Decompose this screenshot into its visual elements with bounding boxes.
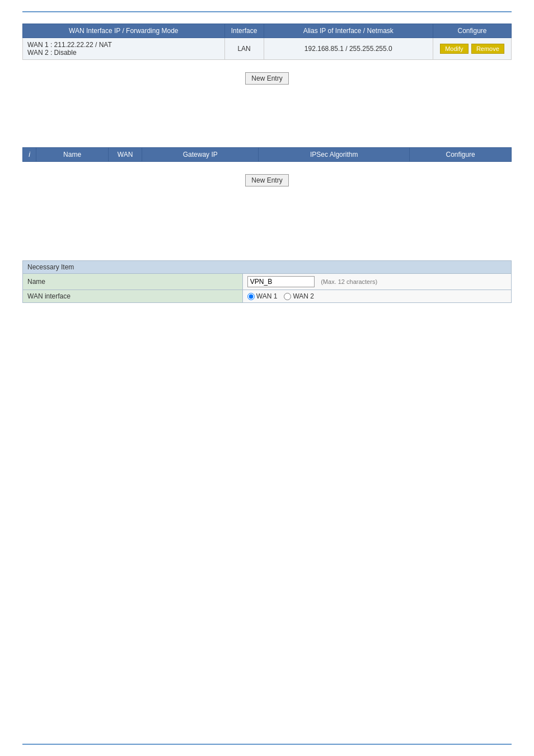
col-header-wan: WAN xyxy=(109,148,142,162)
form-row-name: Name (Max. 12 characters) xyxy=(23,274,512,290)
col-header-i: i xyxy=(23,148,36,162)
col-header-alias-ip: Alias IP of Interface / Netmask xyxy=(264,24,433,38)
wan-interface-value-cell: WAN 1 WAN 2 xyxy=(242,290,511,303)
col-header-name: Name xyxy=(36,148,109,162)
wan-interface-label: WAN interface xyxy=(23,290,243,303)
name-label: Name xyxy=(23,274,243,290)
wan1-radio[interactable] xyxy=(247,293,255,300)
col-header-gateway-ip: Gateway IP xyxy=(142,148,259,162)
ipsec-table: i Name WAN Gateway IP IPSec Algorithm Co… xyxy=(22,147,512,162)
new-entry-wrapper-2: New Entry xyxy=(22,167,512,193)
wan-table: WAN Interface IP / Forwarding Mode Inter… xyxy=(22,24,512,60)
name-input[interactable] xyxy=(247,276,315,287)
wan1-label-text: WAN 1 xyxy=(256,292,278,300)
alias-ip-cell: 192.168.85.1 / 255.255.255.0 xyxy=(264,38,433,60)
modify-button[interactable]: Modify xyxy=(440,44,468,54)
top-divider xyxy=(22,11,512,12)
wan2-radio[interactable] xyxy=(284,293,291,300)
interface-cell: LAN xyxy=(224,38,264,60)
name-hint: (Max. 12 characters) xyxy=(321,278,377,285)
section-wan-table: WAN Interface IP / Forwarding Mode Inter… xyxy=(22,24,512,97)
col-header-interface: Interface xyxy=(224,24,264,38)
form-section-header: Necessary Item xyxy=(23,261,512,274)
spacer-2 xyxy=(22,216,512,249)
col-header-configure: Configure xyxy=(433,24,512,38)
col-header-wan-info: WAN Interface IP / Forwarding Mode xyxy=(23,24,225,38)
col-header-configure2: Configure xyxy=(410,148,512,162)
form-row-wan: WAN interface WAN 1 WAN 2 xyxy=(23,290,512,303)
spacer-1 xyxy=(22,114,512,147)
remove-button[interactable]: Remove xyxy=(471,44,504,54)
configure-cell: Modify Remove xyxy=(433,38,512,60)
page-wrapper: WAN Interface IP / Forwarding Mode Inter… xyxy=(0,0,534,756)
wan-info-cell: WAN 1 : 211.22.22.22 / NAT WAN 2 : Disab… xyxy=(23,38,225,60)
wan2-label-text: WAN 2 xyxy=(293,292,314,300)
wan1-radio-label[interactable]: WAN 1 xyxy=(247,292,278,300)
form-table: Necessary Item Name (Max. 12 characters)… xyxy=(22,260,512,303)
wan2-radio-label[interactable]: WAN 2 xyxy=(284,292,314,300)
form-section: Necessary Item Name (Max. 12 characters)… xyxy=(22,260,512,303)
table-row: WAN 1 : 211.22.22.22 / NAT WAN 2 : Disab… xyxy=(23,38,512,60)
wan-radio-group: WAN 1 WAN 2 xyxy=(247,292,507,300)
page-spacer xyxy=(22,303,512,744)
new-entry-button-2[interactable]: New Entry xyxy=(245,174,288,186)
new-entry-wrapper-1: New Entry xyxy=(22,66,512,91)
new-entry-button-1[interactable]: New Entry xyxy=(245,72,288,85)
bottom-divider xyxy=(22,744,512,745)
col-header-ipsec-algo: IPSec Algorithm xyxy=(259,148,410,162)
name-value-cell: (Max. 12 characters) xyxy=(242,274,511,290)
section-ipsec-table: i Name WAN Gateway IP IPSec Algorithm Co… xyxy=(22,147,512,199)
